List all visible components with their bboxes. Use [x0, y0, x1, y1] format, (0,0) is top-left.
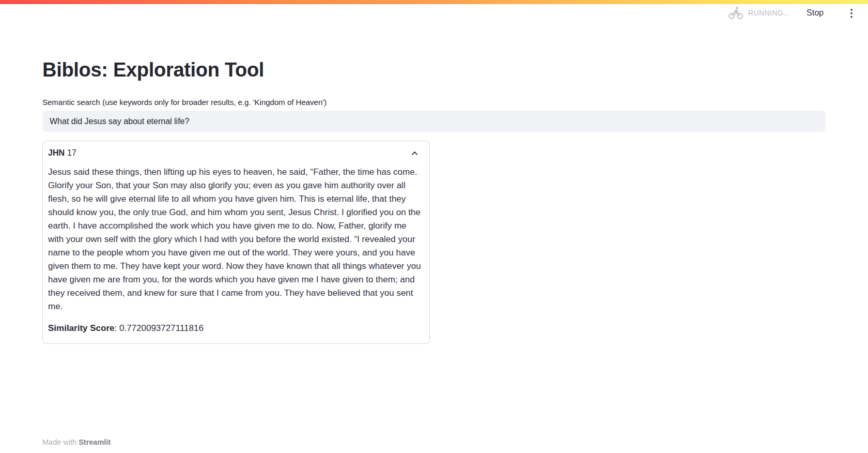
main-menu-button[interactable]: ⋮ — [844, 8, 859, 18]
result-expander-body: Jesus said these things, then lifting up… — [43, 164, 429, 343]
similarity-score-separator: : — [115, 323, 119, 333]
similarity-score: Similarity Score: 0.7720093727111816 — [48, 322, 424, 335]
results-columns: JHN 17 Jesus said these things, then lif… — [42, 141, 826, 344]
similarity-score-value: 0.7720093727111816 — [119, 323, 204, 333]
result-chapter-number: 17 — [67, 148, 76, 158]
chevron-up-icon[interactable] — [410, 149, 419, 158]
result-passage-text: Jesus said these things, then lifting up… — [48, 165, 424, 313]
kebab-menu-icon: ⋮ — [846, 8, 857, 18]
results-column-right — [438, 141, 826, 344]
main-content: Biblos: Exploration Tool Semantic search… — [42, 0, 826, 344]
result-book-code: JHN — [48, 148, 65, 158]
search-input[interactable] — [42, 111, 826, 132]
footer-made-with-text: Made with — [42, 438, 79, 446]
result-card: JHN 17 Jesus said these things, then lif… — [42, 141, 430, 344]
similarity-score-label: Similarity Score — [48, 323, 115, 333]
page-title: Biblos: Exploration Tool — [42, 58, 826, 82]
footer: Made with Streamlit — [42, 438, 111, 446]
search-label: Semantic search (use keywords only for b… — [42, 98, 826, 107]
result-expander-header[interactable]: JHN 17 — [43, 141, 429, 164]
footer-streamlit-link[interactable]: Streamlit — [79, 438, 111, 446]
